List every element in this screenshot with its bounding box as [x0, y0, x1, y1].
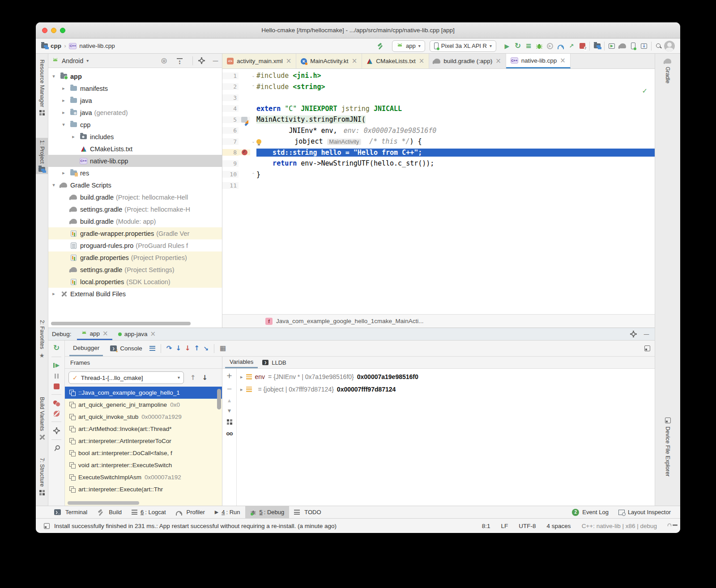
tab-resource-manager[interactable]: Resource Manager: [36, 57, 48, 118]
stop-button[interactable]: [54, 383, 60, 389]
tab-profiler[interactable]: Profiler: [171, 506, 210, 518]
device-select[interactable]: Pixel 3a XL API R: [430, 40, 496, 52]
indent-setting[interactable]: 4 spaces: [547, 523, 571, 529]
thread-select[interactable]: Thread-1-[...llo_cmake]: [68, 371, 184, 384]
debug-session-tab-app-java[interactable]: app-java: [114, 328, 160, 340]
tree-item-gradle-wrapper[interactable]: gradle-wrapper.properties(Gradle Ver: [48, 227, 222, 239]
tab-logcat[interactable]: 6: Logcat: [127, 506, 171, 518]
close-icon[interactable]: [419, 58, 425, 64]
next-frame-button[interactable]: [202, 375, 208, 381]
locate-file-button[interactable]: [161, 57, 167, 64]
threads-view-icon[interactable]: [149, 346, 155, 351]
tree-item-gradle-scripts[interactable]: Gradle Scripts: [48, 179, 222, 191]
variable-row-jobject[interactable]: = {jobject | 0x7fff97d87124} 0x00007fff9…: [237, 383, 655, 396]
vertical-scrollbar[interactable]: [217, 389, 221, 409]
debug-button[interactable]: [534, 41, 545, 51]
stack-frame[interactable]: art_quick_generic_jni_trampoline 0x0: [65, 399, 222, 411]
close-window-button[interactable]: [42, 28, 47, 33]
tree-item-settings-gradle[interactable]: settings.gradle(Project Settings): [48, 264, 222, 276]
tree-item-external-build-files[interactable]: External Build Files: [48, 288, 222, 300]
move-down-button[interactable]: [228, 409, 231, 413]
hide-panel-button[interactable]: [644, 331, 649, 337]
tab-project[interactable]: 1: Project: [36, 138, 48, 174]
tab-device-file-explorer[interactable]: Device File Explorer: [655, 415, 680, 479]
tab-variables[interactable]: Variables: [225, 357, 258, 368]
tab-cmakelists[interactable]: CMakeLists.txt: [362, 54, 429, 68]
title-bar[interactable]: Hello-cmake [/tmp/hellocmake] - .../app/…: [36, 22, 680, 38]
breakpoint-icon[interactable]: [242, 149, 247, 155]
stack-frame[interactable]: bool art::interpreter::DoCall<false, f: [65, 447, 222, 459]
run-configuration-select[interactable]: app: [392, 40, 425, 52]
resume-button[interactable]: [53, 362, 60, 368]
gear-icon[interactable]: [200, 59, 204, 63]
search-everywhere-button[interactable]: [653, 41, 664, 51]
line-ending[interactable]: LF: [501, 523, 508, 529]
apply-code-changes-button[interactable]: [523, 41, 534, 51]
editor-breadcrumb[interactable]: Java_com_example_google_hello_1cmake_Mai…: [276, 318, 423, 324]
restore-layout-button[interactable]: [644, 345, 650, 351]
close-icon[interactable]: [352, 58, 358, 64]
stack-frame[interactable]: ExecuteSwitchImplAsm 0x00007a192: [65, 471, 222, 483]
step-into-button[interactable]: [175, 345, 181, 352]
caret-position[interactable]: 8:1: [482, 523, 490, 529]
project-view-select[interactable]: Android: [62, 57, 83, 64]
rerun-button[interactable]: [53, 344, 60, 352]
tree-item-java-generated[interactable]: java(generated): [48, 107, 222, 119]
tab-build-gradle[interactable]: build.gradle (:app): [429, 54, 506, 68]
tree-item-res[interactable]: res: [48, 167, 222, 179]
close-icon[interactable]: [150, 331, 156, 337]
tab-lldb[interactable]: LLDB: [258, 357, 291, 368]
apply-changes-button[interactable]: [512, 41, 523, 51]
close-icon[interactable]: [102, 330, 108, 337]
profile-button[interactable]: [545, 41, 555, 51]
horizontal-scrollbar[interactable]: [68, 501, 139, 505]
tab-run[interactable]: 4: Run: [210, 506, 245, 518]
kotlin-nav-gutter-icon[interactable]: [241, 117, 247, 123]
tree-item-java[interactable]: java: [48, 94, 222, 107]
profile-avatar[interactable]: [664, 41, 675, 51]
file-encoding[interactable]: UTF-8: [519, 523, 536, 529]
tab-event-log[interactable]: 2Event Log: [567, 506, 614, 518]
hide-panel-button[interactable]: [213, 58, 218, 64]
sdk-manager-button[interactable]: [639, 41, 649, 51]
stop-button[interactable]: 2: [577, 41, 588, 51]
pause-button[interactable]: [54, 373, 59, 379]
step-over-button[interactable]: [166, 345, 172, 352]
tree-item-local-properties[interactable]: local.properties(SDK Location): [48, 276, 222, 288]
tab-build[interactable]: Build: [92, 506, 127, 518]
inspections-ok-icon[interactable]: [642, 88, 648, 94]
tab-structure[interactable]: 7: Structure: [36, 456, 48, 498]
tab-console[interactable]: Console: [107, 341, 146, 356]
stack-frame[interactable]: art_quick_invoke_stub 0x00007a1929: [65, 411, 222, 423]
previous-frame-button[interactable]: [190, 375, 196, 381]
breadcrumb-file[interactable]: native-lib.cpp: [79, 43, 115, 49]
evaluate-expression-button[interactable]: [220, 345, 226, 352]
force-step-into-button[interactable]: [185, 345, 191, 352]
tab-gradle[interactable]: Gradle: [655, 56, 680, 86]
tab-todo[interactable]: TODO: [289, 506, 326, 518]
breadcrumb-root[interactable]: cpp: [51, 43, 61, 49]
tree-item-cpp[interactable]: cpp: [48, 119, 222, 131]
gradle-sync-button[interactable]: [617, 41, 628, 51]
minimize-window-button[interactable]: [51, 28, 56, 33]
tab-activity-main-xml[interactable]: activity_main.xml: [222, 54, 296, 68]
profiler-button[interactable]: [555, 41, 566, 51]
project-structure-button[interactable]: [592, 41, 602, 51]
attach-debugger-button[interactable]: [566, 41, 577, 51]
tab-favorites[interactable]: 2: Favorites ★: [36, 318, 48, 361]
intention-bulb-icon[interactable]: [256, 139, 261, 144]
tree-item-settings-gradle-project[interactable]: settings.gradle(Project: hellocmake-H: [48, 203, 222, 215]
close-icon[interactable]: [495, 58, 501, 64]
move-up-button[interactable]: [228, 399, 231, 403]
expand-icon[interactable]: [240, 387, 243, 392]
tree-item-build-gradle-module[interactable]: build.gradle(Module: app): [48, 215, 222, 227]
horizontal-scrollbar[interactable]: [51, 322, 191, 325]
stack-frame[interactable]: art::interpreter::ArtInterpreterToCor: [65, 435, 222, 447]
tree-item-app[interactable]: app: [48, 70, 222, 82]
tree-item-includes[interactable]: includes: [48, 131, 222, 143]
run-button[interactable]: [502, 41, 512, 51]
tab-native-lib-cpp[interactable]: native-lib.cpp: [506, 54, 571, 68]
tree-item-cmakelists[interactable]: CMakeLists.txt: [48, 143, 222, 155]
stack-frame[interactable]: ::Java_com_example_google_hello_1: [65, 387, 222, 399]
tab-debug[interactable]: 5: Debug: [245, 506, 290, 518]
